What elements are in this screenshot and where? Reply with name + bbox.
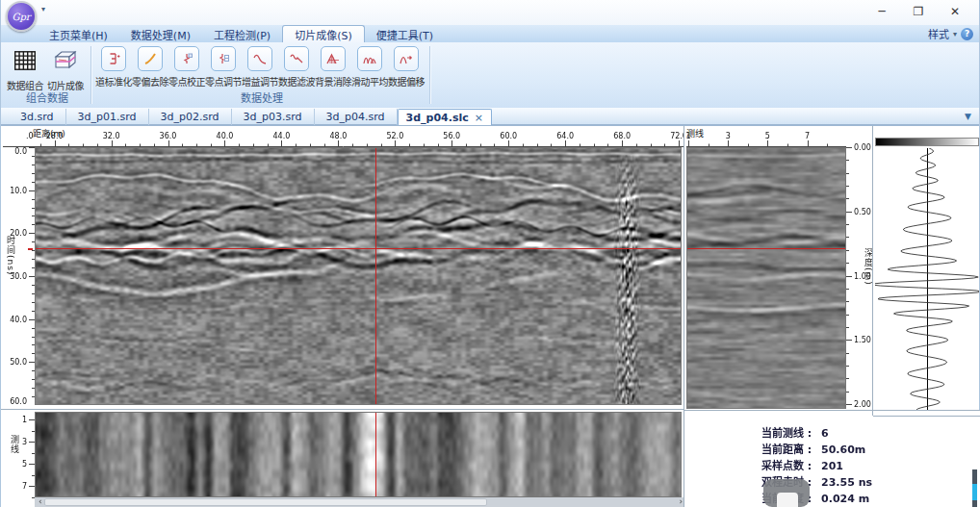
ruler-cursor-mark [28, 248, 33, 250]
document-tab-bar: 3d.srd3d_p01.srd3d_p02.srd3d_p03.srd3d_p… [1, 108, 979, 126]
scroll-right-icon[interactable]: › [679, 496, 683, 506]
scroll-left-icon[interactable]: ‹ [39, 496, 42, 506]
main-section-canvas[interactable] [35, 147, 682, 405]
file-tab-3d_p04.slc[interactable]: 3d_p04.slc× [398, 109, 492, 125]
close-button[interactable]: ✕ [937, 0, 973, 23]
crossline-cursor-horizontal [687, 248, 845, 249]
slice-cube-icon [51, 46, 80, 75]
horizontal-scrollbar[interactable]: ‹ › [35, 497, 686, 507]
title-bar: Gpr ▾ ─❐✕ [1, 0, 979, 25]
main-crosshair-horizontal [36, 248, 681, 249]
crossline-section-canvas[interactable] [686, 147, 846, 409]
ribbon-button-slice-imaging[interactable]: 切片成像 [45, 44, 86, 92]
file-tab-3d_p01.srd[interactable]: 3d_p01.srd [66, 109, 149, 125]
ribbon-toolbar: 数据组合切片成像组合数据道标准化零偏去除零点校正零点调节增益调节数据滤波背景消除… [1, 42, 979, 109]
file-tab-3d_p04.srd[interactable]: 3d_p04.srd [315, 109, 398, 125]
amplitude-colorbar [875, 138, 979, 146]
plan-cursor-vertical [375, 413, 376, 496]
main-left-ruler [3, 147, 35, 405]
ribbon-group-label: 数据处理 [93, 89, 430, 105]
panel-divider-horizontal [1, 409, 683, 410]
status-row-sample-count: 采样点数 : 201 [761, 457, 843, 472]
zero-point-correct-icon [174, 46, 199, 71]
ribbon-button-zero-point-adjust[interactable]: 零点调节 [205, 44, 242, 89]
trace-panel-bottom-edge [873, 416, 980, 417]
menu-tab-engineering-detect[interactable]: 工程检测(P) [202, 25, 282, 42]
ribbon-button-background-remove[interactable]: 背景消除 [315, 44, 351, 89]
trace-normalize-icon [101, 46, 126, 71]
menu-tab-quick-tools[interactable]: 便捷工具(T) [365, 25, 445, 42]
file-tab-3d_p02.srd[interactable]: 3d_p02.srd [149, 109, 232, 125]
menu-tab-slice-imaging[interactable]: 切片成像(S) [282, 25, 365, 42]
quick-access-caret-icon[interactable]: ▾ [41, 5, 45, 13]
scrollbar-thumb[interactable] [44, 498, 487, 506]
touch-cursor-inner [777, 493, 798, 507]
data-shift-icon [394, 46, 419, 71]
zero-point-adjust-icon [211, 46, 236, 71]
main-y-axis-title: 时间(ns) [5, 236, 17, 275]
ribbon-button-data-shift[interactable]: 数据偏移 [388, 44, 425, 89]
tab-close-icon[interactable]: × [475, 112, 483, 124]
window-controls: ─❐✕ [864, 0, 973, 23]
ribbon-button-zero-offset-remove[interactable]: 零偏去除 [132, 44, 168, 89]
ribbon-group-1: 道标准化零偏去除零点校正零点调节增益调节数据滤波背景消除滑动平均数据偏移数据处理 [93, 42, 430, 106]
help-icon[interactable]: ? [961, 28, 973, 40]
ribbon-button-moving-average[interactable]: 滑动平均 [351, 44, 388, 89]
style-button[interactable]: 样式 [928, 26, 949, 41]
main-top-ruler [3, 126, 683, 147]
single-trace-canvas[interactable] [875, 148, 979, 414]
plan-y-axis-title: 测线 [9, 435, 21, 454]
main-crosshair-vertical [375, 148, 376, 404]
busy-indicator [972, 469, 977, 507]
plan-left-ruler [3, 412, 35, 498]
status-panel: 当前测线 : 6当前距离 : 50.60m采样点数 : 201双程走时 : 23… [684, 410, 980, 507]
status-row-current-line: 当前测线 : 6 [761, 424, 829, 440]
busy-indicator-fill [972, 484, 977, 500]
ribbon-button-trace-normalize[interactable]: 道标准化 [95, 44, 132, 89]
ribbon-button-zero-point-correct[interactable]: 零点校正 [168, 44, 205, 89]
ribbon-button-data-combine[interactable]: 数据组合 [5, 44, 45, 92]
menu-right-controls: 样式 ▾ ? [928, 26, 973, 41]
file-tabs: 3d.srd3d_p01.srd3d_p02.srd3d_p03.srd3d_p… [9, 109, 492, 125]
data-filter-icon [284, 46, 309, 71]
zero-offset-remove-icon [138, 46, 163, 71]
depth-axis-title: 深度(m) [863, 248, 875, 286]
restore-button[interactable]: ❐ [900, 0, 937, 23]
plan-slice-canvas[interactable] [35, 412, 682, 497]
background-remove-icon [321, 46, 346, 71]
application-window: Gpr ▾ ─❐✕ 主页菜单(H)数据处理(M)工程检测(P)切片成像(S)便捷… [0, 0, 980, 507]
gain-adjust-icon [247, 46, 272, 71]
style-caret-icon[interactable]: ▾ [953, 30, 957, 38]
file-tab-3d.srd[interactable]: 3d.srd [9, 109, 66, 125]
menu-items: 主页菜单(H)数据处理(M)工程检测(P)切片成像(S)便捷工具(T) [38, 25, 445, 42]
panel-divider-vertical-1 [683, 126, 684, 507]
ribbon-button-data-filter[interactable]: 数据滤波 [278, 44, 315, 89]
ribbon-group-label: 组合数据 [3, 89, 91, 105]
minimize-button[interactable]: ─ [864, 0, 900, 23]
menu-bar: 主页菜单(H)数据处理(M)工程检测(P)切片成像(S)便捷工具(T) 样式 ▾… [1, 25, 979, 43]
tab-list-caret-icon[interactable]: ▼ [965, 112, 971, 121]
touch-cursor-overlay [763, 479, 810, 507]
file-tab-3d_p03.srd[interactable]: 3d_p03.srd [232, 109, 315, 125]
menu-tab-data-processing[interactable]: 数据处理(M) [119, 25, 202, 42]
status-row-current-distance: 当前距离 : 50.60m [761, 441, 865, 456]
data-grid-icon [11, 46, 39, 75]
panel-divider-vertical-2 [872, 126, 873, 416]
menu-tab-home[interactable]: 主页菜单(H) [38, 25, 119, 42]
moving-average-icon [357, 46, 382, 71]
ribbon-button-gain-adjust[interactable]: 增益调节 [242, 44, 278, 89]
app-logo-icon[interactable]: Gpr [6, 1, 37, 32]
crossline-top-ruler [686, 126, 846, 147]
ribbon-group-0: 数据组合切片成像组合数据 [3, 42, 91, 106]
